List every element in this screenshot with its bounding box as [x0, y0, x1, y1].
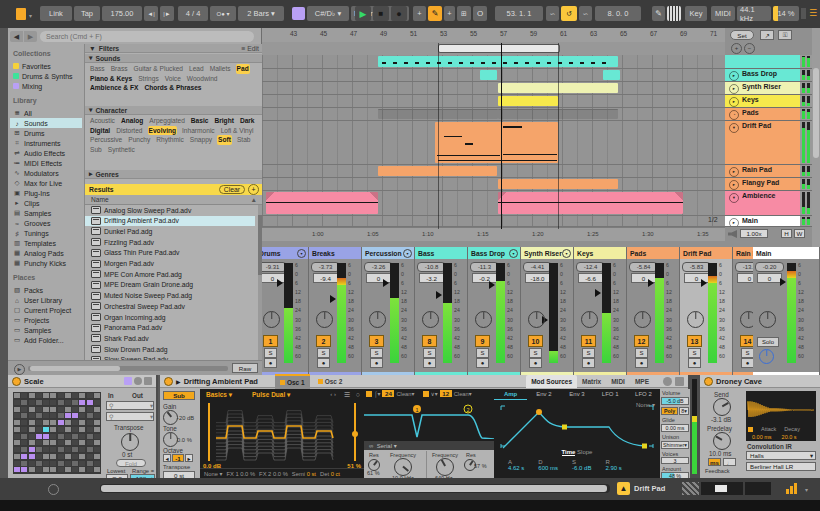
scale-cell[interactable] — [65, 454, 71, 459]
filter2-toggle[interactable] — [423, 391, 429, 397]
track-fold-icon[interactable]: ▸ — [729, 97, 739, 107]
fader-handle[interactable] — [436, 291, 442, 299]
sidebar-item-packs[interactable]: ▧Packs — [10, 285, 82, 295]
scale-cell[interactable] — [29, 420, 35, 425]
scale-cell[interactable] — [43, 400, 49, 405]
voices-slider[interactable]: 3 — [661, 457, 689, 464]
scale-cell[interactable] — [72, 400, 78, 405]
poly-voices-select[interactable]: 8▾ — [679, 407, 689, 415]
mixer-strip-drift-pad[interactable]: Drift Pad-5.830606121824303642486013S● — [680, 247, 733, 375]
browser-result-item[interactable]: MPE Con Amore Pad.adg — [85, 269, 255, 279]
sidebar-item-user-library[interactable]: ⌂User Library — [10, 295, 82, 305]
scale-cell[interactable] — [87, 427, 93, 432]
device-on-toggle[interactable] — [164, 377, 173, 386]
track-lane-flangy-pad[interactable] — [262, 178, 725, 191]
draw-mode-button[interactable]: ✎ — [652, 6, 665, 21]
sidebar-item-add-folder-[interactable]: ▭Add Folder... — [10, 335, 82, 345]
scale-cell[interactable] — [36, 447, 42, 452]
send-knob[interactable] — [713, 398, 731, 416]
ms-toggle[interactable]: ms — [708, 458, 721, 466]
scale-cell[interactable] — [87, 461, 93, 466]
mixer-track-name[interactable]: Pads — [627, 247, 679, 259]
filter-routing-row[interactable]: ∞ Serial ▾ — [364, 441, 494, 450]
filter-group-character[interactable]: ▾Character — [85, 106, 263, 115]
mixer-strip-percussion[interactable]: Percussion▾-3.26060612182430364248603S● — [362, 247, 415, 375]
pan-knob[interactable] — [634, 311, 651, 328]
volume-value[interactable]: -9.4 — [313, 273, 338, 283]
solo-button[interactable]: S — [423, 348, 436, 358]
scale-cell[interactable] — [65, 467, 71, 472]
sub-gain-value[interactable]: -20 dB — [177, 415, 194, 421]
scale-cell[interactable] — [87, 454, 93, 459]
device-thumbnail-2[interactable] — [701, 482, 743, 495]
lock-icon[interactable] — [144, 377, 152, 385]
arm-button[interactable]: ● — [423, 358, 436, 368]
unison-select[interactable]: Shimmer▾ — [661, 441, 689, 449]
pan-knob[interactable] — [581, 311, 598, 328]
mixer-track-name[interactable]: Drums▾ — [262, 247, 308, 259]
solo-button[interactable]: S — [476, 348, 489, 358]
track-width-button[interactable]: W — [794, 229, 805, 238]
scale-cell[interactable] — [14, 434, 20, 439]
volume-slider[interactable]: -5.0 dB — [661, 397, 689, 405]
sidebar-item-modulators[interactable]: ∿Modulators — [10, 168, 82, 178]
scale-cell[interactable] — [79, 413, 85, 418]
scale-cell[interactable] — [72, 461, 78, 466]
filter-group-genres[interactable]: ▸Genres — [85, 170, 263, 179]
scale-cell[interactable] — [21, 427, 27, 432]
filter-chip-arpeggiated[interactable]: Arpeggiated — [148, 116, 186, 126]
track-header-main[interactable]: ▸Main — [725, 216, 800, 227]
browser-result-item[interactable]: Fizzling Pad.adv — [85, 237, 255, 247]
fader-handle[interactable] — [330, 295, 336, 303]
fader-handle[interactable] — [701, 279, 707, 287]
scale-cell[interactable] — [29, 407, 35, 412]
track-number[interactable]: 12 — [634, 335, 649, 347]
scale-cell[interactable] — [50, 447, 56, 452]
track-number[interactable]: 11 — [581, 335, 596, 347]
mixer-track-name[interactable]: Percussion▾ — [362, 247, 414, 259]
info-circle-icon[interactable] — [48, 484, 59, 495]
pan-knob[interactable] — [528, 311, 545, 328]
browser-result-item[interactable]: Dunkel Pad.adg — [85, 226, 255, 236]
device-on-toggle[interactable] — [12, 377, 21, 386]
scale-cell[interactable] — [29, 393, 35, 398]
osc-gain-slider[interactable] — [208, 403, 210, 461]
scale-cell[interactable] — [43, 467, 49, 472]
scale-cell[interactable] — [94, 407, 100, 412]
solo-button[interactable]: S — [370, 348, 383, 358]
scroll-follow-button[interactable]: ↗ — [760, 30, 774, 40]
track-header-bass[interactable] — [725, 55, 800, 69]
freq2-knob[interactable] — [436, 458, 454, 476]
scale-cell[interactable] — [72, 440, 78, 445]
solo-button[interactable]: S — [688, 348, 701, 358]
scale-cell[interactable] — [87, 440, 93, 445]
scale-cell[interactable] — [87, 407, 93, 412]
clip-bass-drop-0[interactable] — [480, 70, 497, 80]
mixer-track-name[interactable]: Main — [753, 247, 819, 259]
scale-cell[interactable] — [79, 434, 85, 439]
scale-cell[interactable] — [21, 461, 27, 466]
track-number[interactable]: 10 — [528, 335, 543, 347]
scale-cell[interactable] — [58, 434, 64, 439]
wavetable-circle-icon[interactable]: ○ — [356, 391, 360, 398]
tab-midi[interactable]: MIDI — [606, 375, 630, 388]
scale-cell[interactable] — [14, 427, 20, 432]
sustain-value[interactable]: -6.0 dB — [572, 465, 591, 471]
predelay-knob[interactable] — [713, 432, 731, 450]
filter1-type-icon[interactable]: ⌠▾ — [374, 391, 380, 397]
solo-button[interactable]: S — [264, 348, 277, 358]
filter-chip-pad[interactable]: Pad — [236, 64, 250, 74]
zoom-out-button[interactable]: − — [744, 43, 755, 54]
mixer-track-name[interactable]: Bass — [415, 247, 467, 259]
key-map-button[interactable]: Key — [685, 6, 707, 21]
scale-cell[interactable] — [14, 440, 20, 445]
filter-chip-percussive[interactable]: Percussive — [89, 135, 123, 145]
scale-cell[interactable] — [72, 434, 78, 439]
selected-device-label[interactable]: Drift Pad — [634, 484, 665, 493]
scale-grid[interactable] — [13, 392, 101, 474]
clip-drift-pad-0[interactable] — [435, 122, 558, 163]
scale-cell[interactable] — [21, 440, 27, 445]
scale-keys-icon[interactable] — [292, 7, 305, 20]
wavetable-prev-icon[interactable]: ‹ › — [330, 391, 336, 397]
filters-header[interactable]: ▼ Filters ≡ Edit — [85, 44, 263, 53]
